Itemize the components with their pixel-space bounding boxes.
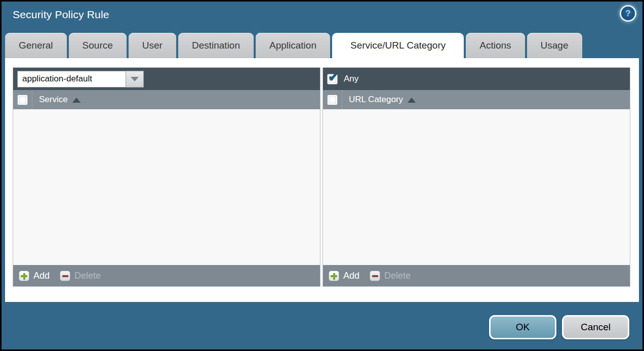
service-column-header: Service (13, 90, 320, 109)
tab-source[interactable]: Source (69, 33, 127, 58)
tab-general[interactable]: General (5, 33, 67, 58)
url-delete-button[interactable]: Delete (370, 271, 411, 281)
tab-label: Usage (541, 40, 569, 51)
tab-label: Application (269, 40, 316, 51)
tab-label: Service/URL Category (350, 40, 446, 51)
service-type-dropdown-value[interactable]: application-default (17, 71, 126, 87)
url-category-column-header: URL Category (323, 90, 630, 109)
add-label: Add (33, 271, 50, 281)
tab-label: General (19, 40, 53, 51)
cancel-button[interactable]: Cancel (562, 315, 629, 339)
any-label: Any (344, 74, 358, 84)
checkmark-icon: ✔ (328, 70, 339, 84)
service-select-all-cell (13, 90, 32, 109)
tab-usage[interactable]: Usage (527, 33, 582, 58)
delete-label: Delete (384, 271, 411, 281)
any-checkbox[interactable]: ✔ (327, 74, 338, 84)
tab-label: Source (83, 40, 113, 51)
tab-label: Destination (192, 40, 240, 51)
plus-icon (329, 271, 339, 281)
service-column-label: Service (39, 95, 68, 105)
plus-icon (19, 271, 29, 281)
service-select-all-checkbox[interactable] (17, 95, 28, 105)
tab-service-url-category[interactable]: Service/URL Category (332, 33, 464, 61)
help-glyph: ? (625, 9, 630, 19)
url-category-list-empty (323, 109, 630, 265)
service-type-dropdown-button[interactable] (126, 71, 144, 87)
service-type-dropdown[interactable]: application-default (17, 71, 144, 87)
tab-destination[interactable]: Destination (178, 33, 254, 58)
tab-user[interactable]: User (129, 33, 176, 58)
service-column-sort[interactable]: Service (32, 95, 80, 105)
url-add-button[interactable]: Add (329, 271, 359, 281)
service-add-button[interactable]: Add (19, 271, 50, 281)
sort-asc-icon (408, 98, 416, 103)
url-category-column-label: URL Category (349, 95, 403, 105)
tab-label: Actions (479, 40, 511, 51)
help-icon[interactable]: ? (621, 7, 635, 20)
tab-label: User (142, 40, 163, 51)
cancel-label: Cancel (581, 322, 611, 333)
sort-asc-icon (72, 98, 80, 103)
url-select-all-checkbox[interactable] (327, 95, 338, 105)
url-panel-footer: Add Delete (323, 265, 630, 286)
url-category-column-sort[interactable]: URL Category (342, 95, 416, 105)
tab-application[interactable]: Application (256, 33, 330, 58)
service-delete-button[interactable]: Delete (60, 271, 101, 281)
tab-bar: General Source User Destination Applicat… (5, 33, 639, 58)
service-panel: application-default Service (13, 67, 320, 287)
url-category-panel: ✔ Any URL Category Add (323, 67, 630, 287)
url-panel-toolbar: ✔ Any (323, 68, 630, 90)
ok-label: OK (516, 322, 530, 333)
add-label: Add (343, 271, 359, 281)
dialog-title: Security Policy Rule (13, 9, 109, 21)
minus-icon (370, 271, 380, 281)
minus-icon (60, 271, 70, 281)
chevron-down-icon (131, 77, 139, 81)
delete-label: Delete (74, 271, 101, 281)
security-policy-rule-dialog: Security Policy Rule ? General Source Us… (0, 0, 644, 351)
url-select-all-cell (323, 90, 342, 109)
service-panel-footer: Add Delete (13, 265, 320, 286)
tab-content-area: application-default Service (5, 58, 639, 302)
service-list-empty (13, 109, 320, 265)
ok-button[interactable]: OK (489, 315, 556, 339)
service-panel-toolbar: application-default (13, 68, 320, 90)
tab-actions[interactable]: Actions (466, 33, 525, 58)
